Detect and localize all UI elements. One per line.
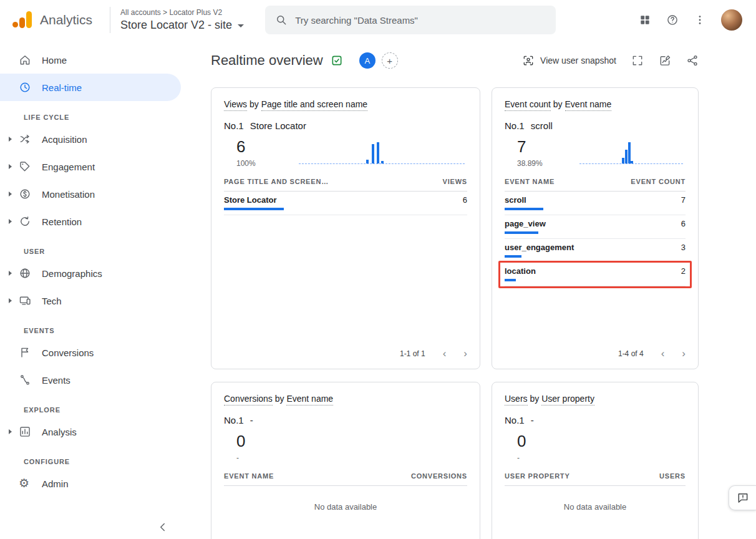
feedback-button[interactable] (729, 485, 756, 510)
card-dimension-link[interactable]: User property (541, 394, 594, 405)
card-dimension-link[interactable]: Event name (286, 394, 333, 405)
dollar-circle-icon (19, 188, 31, 200)
data-freshness-check-icon (331, 54, 343, 67)
sidebar-item-events[interactable]: Events (0, 366, 181, 394)
search-icon (275, 14, 288, 26)
sidebar-item-analysis[interactable]: Analysis (0, 418, 181, 445)
sidebar-item-home[interactable]: Home (0, 46, 181, 74)
more-vertical-icon[interactable] (694, 14, 706, 26)
pagination-range: 1-4 of 4 (618, 349, 644, 358)
sidebar-item-label: Engagement (42, 162, 95, 172)
table-body: Store Locator6 (224, 192, 467, 215)
collapse-sidebar-icon[interactable] (156, 520, 170, 534)
user-avatar[interactable] (721, 9, 742, 31)
property-block: All accounts > Locator Plus V2 Store Loc… (120, 8, 244, 32)
spark-bar (366, 160, 369, 163)
rank-value: scroll (531, 120, 553, 131)
sidebar-item-retention[interactable]: Retention (0, 208, 181, 235)
analytics-logo-icon[interactable] (12, 11, 34, 29)
comparison-avatar[interactable]: A (359, 52, 376, 69)
sidebar-item-conversions[interactable]: Conversions (0, 339, 181, 366)
spark-bar (372, 144, 374, 163)
card-metric-link[interactable]: Users (505, 394, 528, 405)
sparkline-chart (579, 139, 686, 168)
rank-label: No.1 (505, 120, 525, 131)
table-header: EVENT NAME CONVERSIONS (224, 472, 467, 486)
metric-row: 0 - (505, 432, 686, 462)
card-dimension-link[interactable]: Page title and screen name (261, 99, 367, 111)
property-selector[interactable]: Store Locator V2 - site (120, 19, 244, 32)
row-value: 2 (681, 266, 686, 286)
sidebar-item-admin[interactable]: ⚙ Admin (0, 470, 181, 497)
row-bar (505, 255, 521, 258)
pagination-next-icon[interactable]: › (682, 348, 686, 359)
expand-arrow-icon[interactable] (9, 219, 12, 224)
rank-value: Store Locator (250, 120, 306, 131)
table-header: PAGE TITLE AND SCREEN… VIEWS (224, 178, 467, 192)
sidebar-item-label: Retention (42, 216, 82, 227)
sidebar-item-label: Tech (42, 296, 62, 306)
view-user-snapshot-label: View user snapshot (540, 56, 616, 66)
card-title-joiner: by (273, 394, 287, 404)
fullscreen-icon[interactable] (631, 54, 644, 67)
row-label: user_engagement (505, 243, 574, 262)
empty-state: No data available (505, 486, 686, 518)
pagination-prev-icon[interactable]: ‹ (661, 348, 665, 359)
table-row: scroll7 (505, 192, 686, 215)
expand-arrow-icon[interactable] (9, 137, 12, 142)
sidebar-item-demographics[interactable]: Demographics (0, 260, 181, 287)
help-icon[interactable] (666, 14, 679, 26)
flag-icon (19, 346, 31, 359)
sidebar-item-acquisition[interactable]: Acquisition (0, 125, 181, 153)
card-title: Conversions by Event name (224, 394, 467, 404)
sidebar-item-monetisation[interactable]: Monetisation (0, 180, 181, 208)
card-metric-link[interactable]: Conversions (224, 394, 273, 405)
row-value: 3 (681, 243, 686, 262)
rank-value: - (531, 415, 534, 425)
column-dimension: EVENT NAME (224, 472, 274, 480)
top-item-row: No.1 - (224, 415, 467, 425)
sidebar-item-label: Events (42, 375, 70, 386)
acquisition-icon (19, 133, 31, 145)
card-dimension-link[interactable]: Event name (565, 99, 612, 111)
pagination-prev-icon[interactable]: ‹ (443, 348, 447, 359)
metric-percent: 38.89% (517, 159, 552, 168)
search-input[interactable] (295, 15, 546, 26)
customize-report-icon[interactable] (659, 54, 671, 67)
top-item-row: No.1 Store Locator (224, 120, 467, 131)
add-comparison-button[interactable]: + (382, 52, 398, 69)
view-user-snapshot-button[interactable]: View user snapshot (522, 54, 616, 67)
sidebar-item-engagement[interactable]: Engagement (0, 153, 181, 180)
metric-row: 7 38.89% (505, 137, 686, 168)
expand-arrow-icon[interactable] (9, 429, 12, 434)
metric-row: 0 - (224, 432, 467, 462)
pagination-next-icon[interactable]: › (463, 348, 467, 359)
breadcrumb[interactable]: All accounts > Locator Plus V2 (120, 8, 244, 17)
row-bar (505, 231, 538, 234)
card-metric-link[interactable]: Views (224, 99, 247, 111)
column-metric: USERS (659, 472, 686, 480)
expand-arrow-icon[interactable] (9, 164, 12, 169)
sparkline-chart (299, 139, 467, 168)
table-row: page_view6 (505, 215, 686, 239)
sidebar-item-label: Acquisition (42, 134, 87, 145)
sidebar-item-tech[interactable]: Tech (0, 287, 181, 314)
spark-bar (377, 142, 379, 163)
expand-arrow-icon[interactable] (9, 271, 12, 276)
metric-value: 7 (517, 137, 552, 157)
share-icon[interactable] (686, 54, 699, 67)
search-bar[interactable] (265, 6, 556, 34)
rank-label: No.1 (224, 415, 244, 425)
expand-arrow-icon[interactable] (9, 192, 12, 197)
apps-grid-icon[interactable] (639, 14, 651, 26)
card-title: Users by User property (505, 394, 686, 404)
card-metric-link[interactable]: Event count (505, 99, 551, 111)
column-metric: EVENT COUNT (631, 178, 686, 185)
sidebar-item-label: Analysis (42, 427, 77, 437)
expand-arrow-icon[interactable] (9, 298, 12, 303)
sidebar-section-configure: CONFIGURE (0, 445, 187, 470)
cards-grid: Views by Page title and screen name No.1… (211, 87, 756, 539)
sidebar-item-realtime[interactable]: Real-time (0, 74, 181, 101)
metric-percent: - (517, 454, 552, 462)
user-snapshot-icon (522, 54, 535, 67)
